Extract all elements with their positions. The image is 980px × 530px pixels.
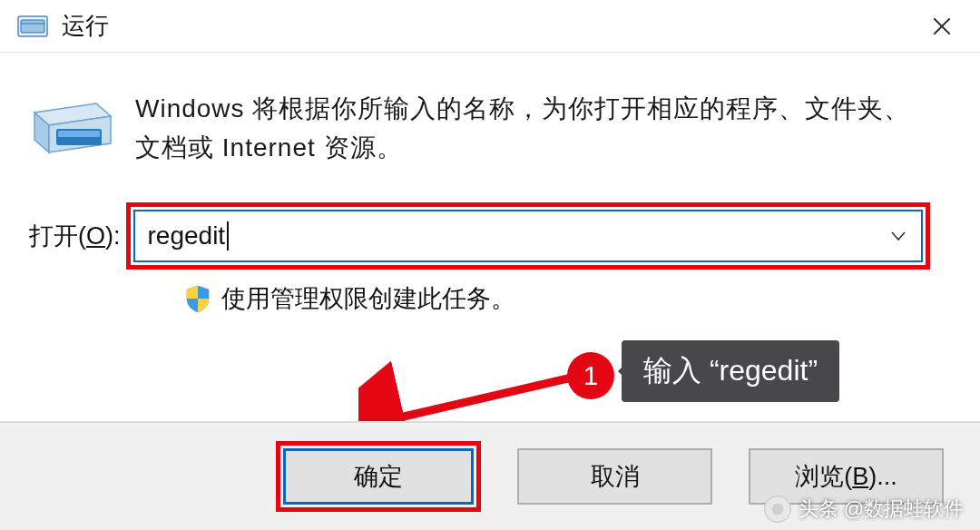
title-left: 运行 [16, 10, 109, 42]
ok-highlight-box: 确定 [276, 441, 481, 512]
dialog-title: 运行 [62, 10, 109, 42]
browse-suffix: )... [868, 463, 897, 491]
titlebar: 运行 [0, 0, 980, 53]
chevron-down-icon[interactable] [888, 226, 908, 246]
watermark-icon [764, 496, 791, 523]
svg-point-6 [771, 504, 783, 515]
tooltip-text: 输入 “regedit” [643, 354, 818, 387]
ok-button[interactable]: 确定 [283, 448, 474, 505]
run-dialog-icon [16, 13, 49, 40]
open-label-suffix: ): [105, 222, 121, 250]
open-label: 打开(O): [29, 220, 121, 252]
step-number: 1 [583, 360, 599, 391]
uac-shield-icon [183, 284, 212, 313]
open-combobox[interactable]: regedit [133, 210, 923, 262]
open-label-hotkey: O [86, 222, 105, 250]
watermark-text: 头条 @数据蛙软件 [799, 496, 964, 523]
open-input-value: regedit [148, 221, 230, 250]
cancel-button[interactable]: 取消 [517, 448, 712, 505]
dialog-content: Windows 将根据你所输入的名称，为你打开相应的程序、文件夹、文档或 Int… [0, 53, 980, 315]
button-bar: 确定 取消 浏览(B)... 头条 @数据蛙软件 [0, 421, 980, 530]
open-label-prefix: 打开( [29, 222, 86, 250]
close-button[interactable] [924, 8, 960, 44]
svg-line-5 [380, 375, 583, 422]
svg-rect-1 [21, 20, 44, 33]
watermark: 头条 @数据蛙软件 [764, 496, 964, 523]
browse-hotkey: B [852, 463, 868, 491]
run-large-icon [29, 93, 115, 161]
input-highlight-box: regedit [126, 202, 930, 270]
admin-note-text: 使用管理权限创建此任务。 [221, 282, 515, 315]
open-row: 打开(O): regedit [29, 202, 930, 270]
description-row: Windows 将根据你所输入的名称，为你打开相应的程序、文件夹、文档或 Int… [29, 89, 930, 168]
text-caret [227, 221, 229, 250]
description-text: Windows 将根据你所输入的名称，为你打开相应的程序、文件夹、文档或 Int… [135, 89, 930, 168]
browse-prefix: 浏览( [795, 460, 852, 493]
svg-rect-3 [58, 131, 100, 137]
annotation-tooltip: 输入 “regedit” [622, 340, 839, 402]
admin-row: 使用管理权限创建此任务。 [29, 282, 930, 315]
open-input-text: regedit [148, 221, 226, 250]
